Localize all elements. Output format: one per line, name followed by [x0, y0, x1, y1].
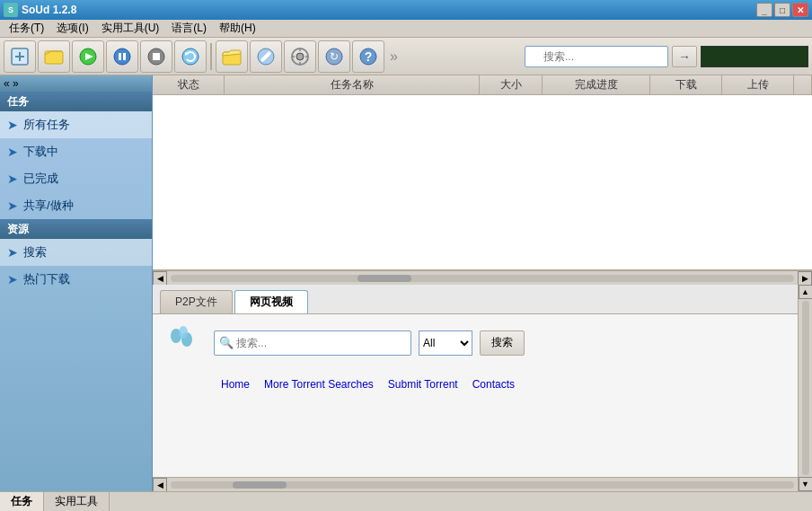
- col-header-status: 状态: [153, 75, 225, 94]
- sidebar-section-resource: 资源: [0, 219, 152, 239]
- window-controls: _ □ ✕: [756, 3, 808, 17]
- scroll-left-btn[interactable]: ◀: [153, 271, 167, 286]
- scroll-right-btn[interactable]: ▶: [798, 271, 812, 286]
- link-submit-torrent[interactable]: Submit Torrent: [388, 378, 458, 391]
- open-btn[interactable]: [38, 40, 70, 73]
- menu-task[interactable]: 任务(T): [4, 20, 49, 37]
- search-row: 🔍 All Video Audio Other 搜索: [167, 325, 798, 360]
- refresh-btn[interactable]: [174, 40, 207, 73]
- svg-text:↻: ↻: [330, 50, 339, 63]
- new-task-btn[interactable]: [4, 40, 36, 73]
- sidebar-label-downloading: 下载中: [23, 144, 58, 160]
- bottom-tab-tools[interactable]: 实用工具: [44, 492, 110, 511]
- task-list: [153, 95, 812, 270]
- sidebar-item-hot-download[interactable]: ➤ 热门下载: [0, 266, 152, 293]
- wrench-btn[interactable]: [250, 40, 282, 73]
- arrow-icon-4: ➤: [7, 245, 18, 260]
- arrow-icon-3: ➤: [7, 198, 18, 213]
- sidebar-label-search: 搜索: [23, 244, 47, 260]
- bottom-h-scrollbar[interactable]: ◀ ▶: [153, 477, 812, 491]
- bottom-tab-task[interactable]: 任务: [0, 492, 44, 511]
- toolbar-separator-1: [210, 43, 212, 70]
- col-header-extra: [794, 75, 812, 94]
- col-header-name: 任务名称: [225, 75, 480, 94]
- svg-point-18: [297, 54, 303, 59]
- arrow-icon-2: ➤: [7, 172, 18, 186]
- app-title: SoUd 1.2.8: [22, 4, 76, 16]
- sidebar: « » 任务 ➤ 所有任务 ➤ 下载中 ➤ 已完成 ➤ 共享/做种 资源 ➤ 搜…: [0, 75, 153, 491]
- stop-btn[interactable]: [140, 40, 172, 73]
- svg-rect-8: [123, 53, 126, 60]
- search-select[interactable]: All Video Audio Other: [419, 330, 472, 356]
- folder-btn[interactable]: [216, 40, 248, 73]
- menu-options[interactable]: 选项(I): [51, 20, 93, 37]
- maximize-btn[interactable]: □: [774, 3, 790, 17]
- main-layout: « » 任务 ➤ 所有任务 ➤ 下载中 ➤ 已完成 ➤ 共享/做种 资源 ➤ 搜…: [0, 75, 812, 491]
- bottom-scroll-left-btn[interactable]: ◀: [153, 478, 167, 492]
- search-input-icon: 🔍: [219, 336, 234, 349]
- search-wrapper: 🔍: [525, 46, 668, 67]
- sidebar-item-seeding[interactable]: ➤ 共享/做种: [0, 192, 152, 219]
- dark-display: [701, 46, 808, 67]
- search-input-wrapper: 🔍: [214, 330, 411, 356]
- search-btn[interactable]: 搜索: [480, 330, 525, 356]
- footer: 任务 实用工具 没有可用的更新。 ↓ 0 B/s ↑ 0 B/s ▼: [0, 491, 812, 511]
- title-bar: S SoUd 1.2.8 _ □ ✕: [0, 0, 812, 20]
- h-scroll-thumb[interactable]: [357, 275, 411, 282]
- menu-help[interactable]: 帮助(H): [214, 20, 261, 37]
- toolbar-search-input[interactable]: [525, 46, 668, 67]
- menu-tools[interactable]: 实用工具(U): [96, 20, 165, 37]
- search-links: Home More Torrent Searches Submit Torren…: [167, 378, 798, 391]
- go-btn[interactable]: →: [672, 46, 697, 67]
- svg-point-6: [114, 48, 130, 65]
- h-scrollbar[interactable]: ◀ ▶: [153, 270, 812, 285]
- col-header-up: 上传: [722, 75, 794, 94]
- pause-btn[interactable]: [106, 40, 138, 73]
- sidebar-label-completed: 已完成: [23, 171, 58, 187]
- search-input[interactable]: [214, 330, 411, 356]
- search-logo: [167, 325, 199, 360]
- settings-btn[interactable]: [284, 40, 316, 73]
- v-scrollbar[interactable]: ▲ ▼: [798, 285, 812, 491]
- more-tools-indicator: »: [390, 48, 398, 65]
- bottom-h-scroll-track[interactable]: [171, 481, 794, 489]
- update-btn[interactable]: ↻: [318, 40, 350, 73]
- col-header-progress: 完成进度: [543, 75, 650, 94]
- sidebar-collapse-bar[interactable]: « »: [0, 75, 152, 92]
- col-header-size: 大小: [480, 75, 543, 94]
- link-contacts[interactable]: Contacts: [472, 378, 515, 391]
- bottom-h-scroll-thumb[interactable]: [233, 481, 287, 489]
- arrow-icon-5: ➤: [7, 272, 18, 286]
- start-btn[interactable]: [72, 40, 104, 73]
- menu-bar: 任务(T) 选项(I) 实用工具(U) 语言(L) 帮助(H): [0, 20, 812, 38]
- bottom-tabs: 任务 实用工具: [0, 491, 812, 511]
- content-area: 状态 任务名称 大小 完成进度 下载 上传 ◀: [153, 75, 812, 491]
- tab-web-video[interactable]: 网页视频: [234, 290, 308, 313]
- v-scroll-track[interactable]: [802, 301, 809, 475]
- link-more-torrent[interactable]: More Torrent Searches: [264, 378, 374, 391]
- toolbar: ↻ ? » 🔍 →: [0, 38, 812, 75]
- svg-point-25: [179, 326, 188, 339]
- col-header-down: 下载: [650, 75, 722, 94]
- v-scroll-up-btn[interactable]: ▲: [799, 285, 813, 299]
- panel-tabs: P2P文件 网页视频: [153, 285, 812, 314]
- v-scroll-down-btn[interactable]: ▼: [799, 477, 813, 491]
- minimize-btn[interactable]: _: [756, 3, 772, 17]
- search-area: 🔍 →: [525, 46, 808, 67]
- app-icon: S: [4, 3, 18, 17]
- sidebar-item-downloading[interactable]: ➤ 下载中: [0, 138, 152, 165]
- collapse-icon: « »: [4, 77, 19, 90]
- sidebar-section-task: 任务: [0, 92, 152, 111]
- tab-p2p[interactable]: P2P文件: [160, 290, 233, 313]
- close-btn[interactable]: ✕: [792, 3, 808, 17]
- menu-language[interactable]: 语言(L): [166, 20, 212, 37]
- sidebar-label-seeding: 共享/做种: [23, 198, 74, 214]
- sidebar-item-search[interactable]: ➤ 搜索: [0, 239, 152, 266]
- link-home[interactable]: Home: [221, 378, 250, 391]
- help-btn[interactable]: ?: [352, 40, 384, 73]
- sidebar-item-all-tasks[interactable]: ➤ 所有任务: [0, 111, 152, 138]
- sidebar-item-completed[interactable]: ➤ 已完成: [0, 165, 152, 192]
- svg-text:?: ?: [365, 49, 373, 64]
- arrow-icon-0: ➤: [7, 118, 18, 132]
- h-scroll-track[interactable]: [171, 275, 794, 282]
